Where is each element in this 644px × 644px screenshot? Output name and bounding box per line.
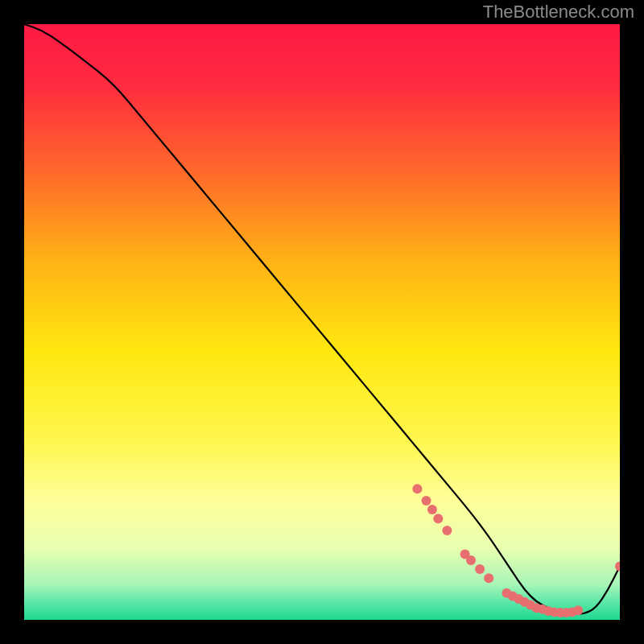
data-markers: [412, 484, 620, 617]
data-marker: [615, 561, 620, 571]
plot-area: [24, 24, 620, 620]
chart-container: TheBottleneck.com: [0, 0, 644, 644]
data-marker: [442, 526, 452, 535]
data-marker: [466, 555, 476, 565]
data-marker: [422, 496, 431, 506]
data-marker: [573, 605, 583, 615]
data-marker: [475, 564, 485, 574]
data-marker: [484, 573, 493, 583]
data-marker: [412, 484, 422, 493]
curve-layer: [24, 24, 620, 620]
watermark-text: TheBottleneck.com: [483, 2, 634, 23]
data-marker: [427, 505, 437, 514]
data-marker: [433, 514, 443, 523]
bottleneck-curve: [24, 24, 620, 614]
